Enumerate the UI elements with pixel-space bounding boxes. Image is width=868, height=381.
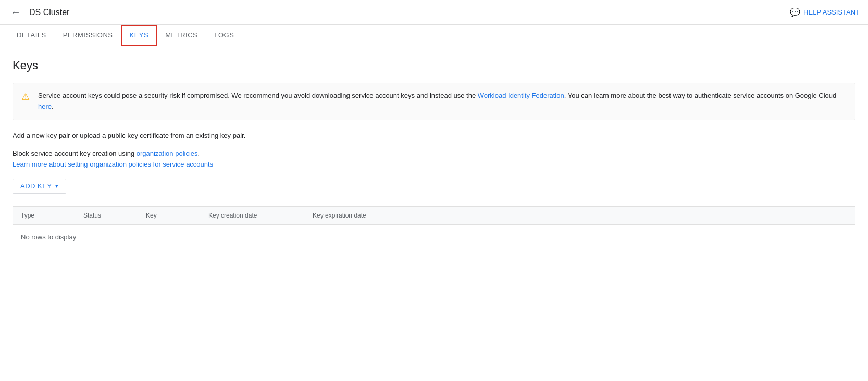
help-icon: 💬 <box>790 7 800 17</box>
workload-identity-link[interactable]: Workload Identity Federation <box>478 92 564 99</box>
col-key: Key <box>146 212 208 219</box>
col-expiration-date: Key expiration date <box>313 212 417 219</box>
warning-text: Service account keys could pose a securi… <box>38 91 847 112</box>
warning-text-end: . <box>52 103 54 110</box>
main-content: Keys ⚠ Service account keys could pose a… <box>0 46 868 262</box>
help-assistant-label: HELP ASSISTANT <box>803 8 860 16</box>
block-text: Block service account key creation using… <box>13 149 855 157</box>
learn-more-link[interactable]: Learn more about setting organization po… <box>13 160 213 168</box>
add-key-label: ADD KEY <box>20 182 52 190</box>
warning-icon: ⚠ <box>21 91 30 103</box>
description-text: Add a new key pair or upload a public ke… <box>13 131 855 142</box>
dropdown-arrow-icon: ▾ <box>55 183 59 189</box>
tab-permissions[interactable]: PERMISSIONS <box>55 25 121 46</box>
learn-more-text: Learn more about setting organization po… <box>13 160 855 168</box>
table-header: Type Status Key Key creation date Key ex… <box>13 207 855 225</box>
tab-bar: DETAILS PERMISSIONS KEYS METRICS LOGS <box>0 25 868 46</box>
keys-title: Keys <box>13 59 855 72</box>
page-title: DS Cluster <box>29 8 69 17</box>
org-policies-link[interactable]: organization policies <box>137 149 198 157</box>
col-extra <box>417 212 847 219</box>
help-assistant-link[interactable]: 💬 HELP ASSISTANT <box>790 7 860 17</box>
here-link[interactable]: here <box>38 103 52 110</box>
tab-logs[interactable]: LOGS <box>206 25 242 46</box>
block-text-after: . <box>198 149 200 157</box>
back-button[interactable]: ← <box>8 4 23 20</box>
back-arrow-icon: ← <box>10 6 21 18</box>
header: ← DS Cluster 💬 HELP ASSISTANT <box>0 0 868 25</box>
warning-text-middle: . You can learn more about the best way … <box>564 92 837 99</box>
warning-text-before: Service account keys could pose a securi… <box>38 92 478 99</box>
tab-metrics[interactable]: METRICS <box>157 25 206 46</box>
col-creation-date: Key creation date <box>208 212 313 219</box>
block-text-before: Block service account key creation using <box>13 149 137 157</box>
tab-details[interactable]: DETAILS <box>8 25 55 46</box>
tab-keys[interactable]: KEYS <box>121 25 157 46</box>
header-left: ← DS Cluster <box>8 4 69 20</box>
table-body: No rows to display <box>13 225 855 249</box>
no-rows-message: No rows to display <box>21 233 76 241</box>
keys-table: Type Status Key Key creation date Key ex… <box>13 206 855 249</box>
col-type: Type <box>21 212 83 219</box>
warning-banner: ⚠ Service account keys could pose a secu… <box>13 83 855 120</box>
col-status: Status <box>83 212 146 219</box>
add-key-button[interactable]: ADD KEY ▾ <box>13 179 66 194</box>
